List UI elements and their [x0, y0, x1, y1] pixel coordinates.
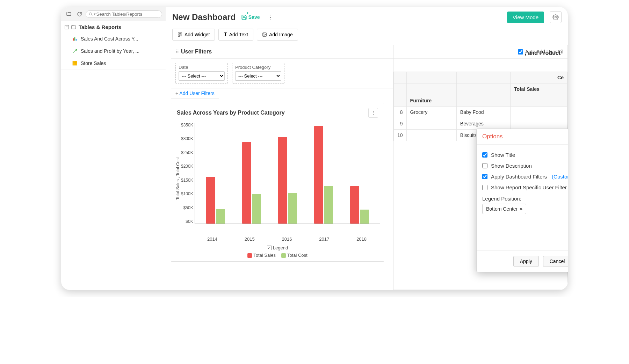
svg-rect-7 — [180, 33, 182, 34]
filter-box: Date--- Select --- — [175, 63, 228, 84]
bar-group — [239, 142, 264, 224]
show-report-filter-label: Show Report Specific User Filter — [491, 184, 567, 190]
user-filters-title: User Filters — [181, 49, 212, 55]
header-menu-icon[interactable]: ⋮ — [266, 13, 275, 21]
legend-toggle[interactable]: ✓ Legend — [267, 245, 288, 250]
sidebar-item-label: Sales And Cost Across Y... — [81, 36, 138, 42]
bar[interactable] — [314, 126, 323, 224]
bar[interactable] — [252, 194, 261, 224]
filter-box: Product Category--- Select --- — [232, 63, 284, 84]
col-ce: Ce — [510, 72, 567, 83]
bar[interactable] — [288, 193, 297, 224]
add-image-button[interactable]: Add Image — [257, 29, 298, 41]
drag-handle-icon[interactable]: ⠿ — [175, 49, 178, 54]
svg-point-0 — [89, 13, 92, 15]
filter-select[interactable]: --- Select --- — [179, 71, 225, 81]
bar[interactable] — [278, 137, 287, 224]
image-icon — [262, 32, 267, 37]
sidebar-item[interactable]: Sales And Cost Across Y... — [61, 33, 166, 45]
header: New Dashboard * Save ⋮ View Mode — [166, 7, 568, 27]
customize-link[interactable]: (Customize) — [552, 174, 568, 180]
popup-header: Options — [477, 129, 568, 145]
bar[interactable] — [206, 177, 215, 224]
search-input[interactable] — [96, 12, 159, 17]
gear-icon — [552, 14, 559, 20]
popup-title: Options — [482, 133, 503, 140]
settings-button[interactable] — [550, 11, 562, 23]
refresh-icon[interactable] — [75, 10, 84, 18]
cancel-button[interactable]: Cancel — [543, 256, 568, 267]
svg-rect-2 — [74, 37, 75, 41]
sidebar-item[interactable]: Store Sales — [61, 57, 166, 70]
svg-rect-1 — [73, 38, 74, 41]
tree-header[interactable]: − Tables & Reports — [61, 21, 166, 33]
checkbox-icon: ✓ — [267, 246, 272, 250]
collapse-icon[interactable]: − — [65, 25, 69, 29]
widget-icon — [178, 32, 182, 37]
apply-button[interactable]: Apply — [513, 256, 539, 267]
table-row[interactable]: 8GroceryBaby Food — [394, 107, 567, 118]
y-tick: $0K — [181, 219, 193, 224]
plot — [195, 123, 380, 224]
add-widget-button[interactable]: Add Widget — [172, 29, 215, 41]
tree-title: Tables & Reports — [79, 24, 121, 30]
options-popup: Options Show Title Show Description — [476, 129, 568, 272]
sidebar: ▾ − Tables & Reports Sales And Cost Acro… — [61, 7, 166, 290]
add-user-filters-button[interactable]: + Add User Filters — [171, 88, 219, 99]
main: New Dashboard * Save ⋮ View Mode Add Wid… — [166, 7, 568, 290]
show-report-filter-checkbox[interactable] — [482, 185, 487, 190]
sidebar-item-label: Sales and Profit by Year, ... — [81, 48, 139, 54]
bar-group — [275, 137, 300, 224]
folder-icon — [71, 24, 77, 30]
view-mode-button[interactable]: View Mode — [507, 12, 544, 23]
table-row[interactable]: 9Beverages — [394, 118, 567, 130]
filter-label: Date — [179, 65, 225, 70]
bar[interactable] — [324, 186, 333, 224]
legend-position-select[interactable]: Bottom Center ⇅ — [482, 204, 526, 214]
bar[interactable] — [242, 142, 251, 224]
legend-position-label: Legend Position: — [482, 193, 568, 204]
chart-header: Sales Across Years by Product Category ⋮ — [171, 103, 384, 123]
chart-title: Sales Across Years by Product Category — [177, 110, 285, 116]
bar[interactable] — [216, 209, 225, 224]
bar[interactable] — [360, 210, 369, 224]
bar-group — [311, 126, 336, 224]
show-description-checkbox[interactable] — [482, 163, 487, 168]
col-total-sales: Total Sales — [510, 83, 567, 95]
sort-icon: ⇅ — [520, 207, 522, 211]
svg-rect-3 — [76, 39, 77, 41]
legend-item[interactable]: Total Cost — [281, 253, 308, 258]
save-button[interactable]: * Save — [241, 14, 260, 20]
sidebar-item-label: Store Sales — [81, 60, 106, 66]
plus-icon: + — [175, 90, 179, 96]
table-icon — [72, 60, 78, 66]
y-tick: $100K — [181, 191, 193, 196]
chart-options-button[interactable]: ⋮ — [368, 108, 378, 118]
x-tick: 2015 — [231, 234, 268, 242]
chart-area: Total Sales , Total Cost $350K$300K$250K… — [171, 123, 384, 261]
sidebar-item[interactable]: Sales and Profit by Year, ... — [61, 45, 166, 57]
x-tick: 2017 — [305, 234, 343, 242]
y-axis-label: Total Sales , Total Cost — [175, 123, 181, 234]
show-title-checkbox[interactable] — [482, 152, 487, 158]
page-title: New Dashboard — [172, 12, 236, 22]
bar[interactable] — [350, 186, 359, 224]
apply-dashboard-filters-checkbox[interactable] — [482, 174, 487, 179]
svg-rect-8 — [178, 35, 180, 36]
legend-swatch — [247, 253, 252, 258]
widget-toolbar: Add Widget T Add Text Add Image — [166, 27, 568, 45]
content: ⠿ User Filters Auto Add User Fil Date---… — [166, 45, 568, 290]
add-text-button[interactable]: T Add Text — [218, 29, 253, 41]
legend: ✓ Legend Total SalesTotal Cost — [175, 245, 380, 258]
text-icon: T — [224, 32, 227, 37]
table-row[interactable]: Furniture — [394, 95, 567, 107]
y-tick: $50K — [181, 205, 193, 210]
chart-widget: Sales Across Years by Product Category ⋮… — [171, 103, 384, 262]
app-window: ▾ − Tables & Reports Sales And Cost Acro… — [61, 7, 568, 290]
bar-chart: Total Sales , Total Cost $350K$300K$250K… — [175, 123, 380, 234]
y-tick: $250K — [181, 150, 193, 155]
legend-swatch — [281, 253, 286, 258]
filter-select[interactable]: --- Select --- — [235, 71, 281, 81]
legend-item[interactable]: Total Sales — [247, 253, 276, 258]
folder-icon[interactable] — [65, 10, 73, 18]
